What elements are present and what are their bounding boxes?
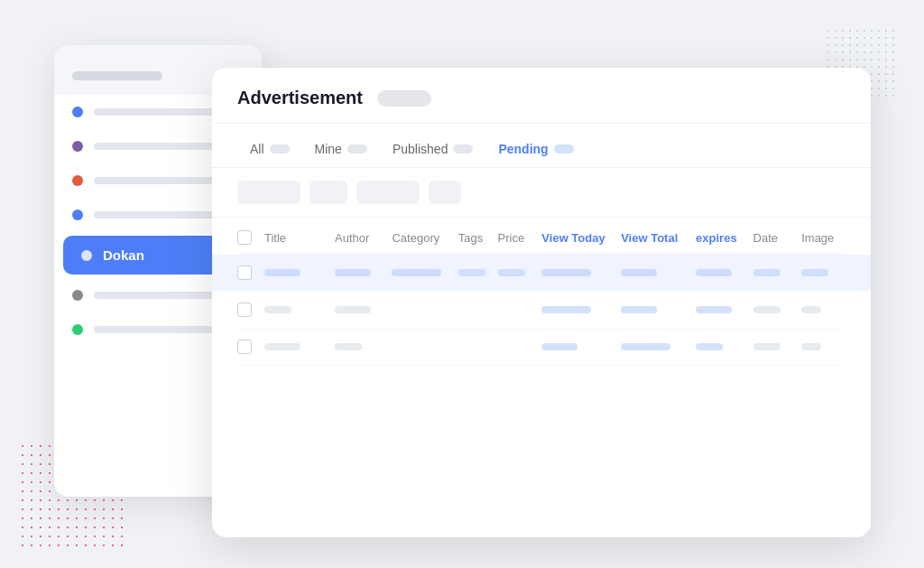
row-1-title [264,269,335,276]
th-tags: Tags [458,231,498,245]
row-2-checkbox[interactable] [237,303,264,317]
th-checkbox[interactable] [237,230,264,245]
sidebar-dot-3 [72,175,83,186]
th-viewtoday: View Today [541,231,621,245]
row-3-checkbox[interactable] [237,340,264,354]
sidebar-header-bar [72,71,162,80]
sidebar-item-dokan-label: Dokan [103,247,144,263]
sidebar-dot-4 [72,210,83,220]
th-author: Author [335,231,392,245]
card-title: Advertisement [237,88,363,108]
row-2-checkbox-box[interactable] [237,303,252,317]
filter-btn-1[interactable] [237,181,300,204]
tab-pending-badge [554,144,574,154]
row-2-viewtotal [621,306,696,313]
row-3-title [264,343,335,350]
row-3-date [753,343,802,350]
filter-btn-4[interactable] [429,181,461,204]
row-1-category [392,269,457,276]
row-2-title [264,306,335,313]
row-3-author [335,343,392,350]
card-header: Advertisement [212,68,871,124]
tab-mine-badge [347,144,367,154]
main-card: Advertisement All Mine Published Pending [212,68,871,537]
row-1-viewtoday [541,269,621,276]
row-1-checkbox[interactable] [237,265,264,280]
tab-all-badge [270,144,290,154]
card-title-badge [377,90,431,107]
filter-btn-2[interactable] [310,181,347,204]
table-row [237,292,845,329]
row-1-price [498,269,542,276]
row-3-expires [696,343,753,350]
row-3-checkbox-box[interactable] [237,340,252,354]
row-2-viewtoday [541,306,621,313]
filters-row [212,168,871,218]
row-1-expires [696,269,753,276]
sidebar-dot-2 [72,141,83,152]
row-3-image [801,343,845,350]
tab-published-badge [453,144,473,154]
table-wrapper: Title Author Category Tags Price View To… [212,218,871,366]
tab-published[interactable]: Published [380,135,486,167]
sidebar-dot-1 [72,107,83,117]
th-title: Title [264,231,335,245]
tab-pending[interactable]: Pending [485,135,586,167]
table-row [237,329,845,366]
table-row [212,255,871,292]
row-1-viewtotal [621,269,696,276]
row-1-tags [458,269,498,276]
sidebar-dot-6 [72,290,83,301]
th-image: Image [801,231,845,245]
row-3-viewtotal [621,343,696,350]
tab-mine[interactable]: Mine [302,135,380,167]
th-viewtotal: View Total [621,231,696,245]
row-1-checkbox-box[interactable] [237,265,252,280]
th-category: Category [392,231,457,245]
sidebar-dot-7 [72,324,83,335]
filter-btn-3[interactable] [356,181,420,204]
tab-all[interactable]: All [237,135,302,167]
sidebar-dot-dokan [81,250,92,261]
row-2-date [753,306,802,313]
row-1-author [335,269,392,276]
tabs-row: All Mine Published Pending [212,124,871,168]
th-expires: expires [696,231,753,245]
row-2-expires [696,306,753,313]
row-3-viewtoday [541,343,621,350]
table-header: Title Author Category Tags Price View To… [237,218,845,255]
row-2-image [801,306,845,313]
row-1-image [801,269,845,276]
th-price: Price [498,231,542,245]
row-2-author [335,306,392,313]
th-date: Date [753,231,802,245]
header-checkbox-box[interactable] [237,230,252,245]
row-1-date [753,269,802,276]
